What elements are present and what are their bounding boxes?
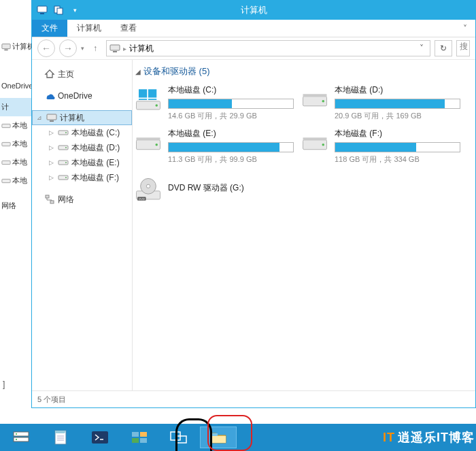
collapse-icon[interactable]: ⊿ bbox=[35, 114, 44, 121]
taskbar-notepad[interactable] bbox=[42, 427, 79, 448]
nav-recent-icon[interactable]: ▾ bbox=[81, 45, 84, 52]
svg-rect-28 bbox=[139, 99, 147, 100]
svg-rect-13 bbox=[50, 120, 54, 122]
breadcrumb-sep-icon[interactable]: ▸ bbox=[123, 45, 126, 52]
tree-computer-label: 计算机 bbox=[60, 112, 84, 124]
svg-point-31 bbox=[322, 100, 325, 103]
svg-rect-52 bbox=[92, 431, 108, 444]
onedrive-icon bbox=[44, 90, 55, 101]
tab-computer[interactable]: 计算机 bbox=[67, 20, 111, 37]
drive-d-bar bbox=[335, 99, 460, 109]
address-bar[interactable]: ▸ 计算机 ˅ bbox=[106, 40, 430, 56]
expand-icon[interactable]: ▷ bbox=[47, 159, 55, 166]
qat-properties-icon[interactable] bbox=[51, 3, 66, 17]
nav-up-button[interactable]: ↑ bbox=[88, 41, 102, 55]
taskbar-powershell[interactable] bbox=[82, 427, 118, 448]
drive-f-label: 本地磁盘 (F:) bbox=[335, 128, 460, 139]
svg-rect-10 bbox=[110, 45, 120, 50]
tree-drive-c[interactable]: ▷本地磁盘 (C:) bbox=[32, 125, 132, 140]
bg-nav-network[interactable]: 网络 bbox=[0, 197, 31, 215]
taskbar-config[interactable] bbox=[121, 427, 158, 448]
drive-icon bbox=[301, 129, 329, 158]
tree-onedrive[interactable]: OneDrive bbox=[32, 88, 132, 103]
svg-point-19 bbox=[65, 162, 67, 163]
qat-dropdown-icon[interactable]: ▾ bbox=[67, 3, 82, 17]
taskbar-task-view[interactable] bbox=[160, 427, 197, 448]
bg-nav-computer-2[interactable]: 计 bbox=[0, 98, 31, 116]
drive-f-free: 118 GB 可用，共 334 GB bbox=[335, 154, 460, 165]
status-bar: 5 个项目 bbox=[32, 390, 475, 407]
window-title: 计算机 bbox=[32, 4, 475, 16]
svg-rect-53 bbox=[132, 432, 139, 437]
drive-icon bbox=[134, 129, 163, 158]
qat-computer-icon[interactable] bbox=[35, 3, 50, 17]
svg-rect-11 bbox=[113, 51, 117, 52]
bg-nav-computer[interactable]: 计算机 bbox=[0, 37, 31, 56]
content-pane: ◢ 设备和驱动器 (5) 本地磁盘 (C:) 14.6 GB 可用，共 29.9… bbox=[133, 60, 475, 390]
group-header[interactable]: ◢ 设备和驱动器 (5) bbox=[133, 60, 475, 84]
drive-d[interactable]: 本地磁盘 (D:) 20.9 GB 可用，共 169 GB bbox=[301, 84, 467, 122]
tree-computer[interactable]: ⊿ 计算机 bbox=[32, 110, 132, 125]
drive-icon bbox=[58, 172, 69, 183]
svg-point-25 bbox=[156, 104, 158, 107]
tree-drive-f[interactable]: ▷本地磁盘 (F:) bbox=[32, 170, 132, 185]
svg-point-17 bbox=[65, 147, 67, 148]
drive-dvd[interactable]: DVD DVD RW 驱动器 (G:) bbox=[134, 174, 301, 204]
titlebar[interactable]: ▾ 计算机 bbox=[32, 1, 475, 20]
nav-forward-button[interactable]: → bbox=[59, 39, 77, 57]
svg-rect-26 bbox=[139, 89, 147, 97]
address-dropdown-icon[interactable]: ˅ bbox=[416, 44, 427, 53]
bg-nav-drive[interactable]: 本地 bbox=[0, 153, 31, 171]
expand-icon[interactable]: ▷ bbox=[47, 174, 55, 181]
breadcrumb-computer[interactable]: 计算机 bbox=[129, 43, 154, 54]
drive-icon bbox=[58, 142, 69, 153]
tab-file[interactable]: 文件 bbox=[32, 20, 67, 37]
computer-icon bbox=[109, 43, 120, 54]
search-input[interactable]: 搜 bbox=[456, 40, 470, 56]
svg-rect-1 bbox=[4, 49, 7, 50]
drive-e[interactable]: 本地磁盘 (E:) 11.3 GB 可用，共 99.9 GB bbox=[134, 128, 301, 166]
tree-home[interactable]: 主页 bbox=[32, 67, 132, 82]
svg-rect-22 bbox=[46, 195, 49, 198]
drive-dvd-label: DVD RW 驱动器 (G:) bbox=[168, 182, 244, 194]
computer-icon bbox=[46, 112, 57, 123]
svg-rect-60 bbox=[211, 433, 218, 436]
svg-rect-6 bbox=[37, 6, 47, 12]
taskbar-server-manager[interactable] bbox=[3, 427, 39, 448]
tree-drive-d[interactable]: ▷本地磁盘 (D:) bbox=[32, 140, 132, 155]
tree-onedrive-label: OneDrive bbox=[58, 91, 92, 101]
bg-nav-drive[interactable]: 本地 bbox=[0, 171, 31, 190]
drive-c-label: 本地磁盘 (C:) bbox=[168, 84, 294, 96]
svg-point-46 bbox=[16, 433, 17, 435]
drive-d-label: 本地磁盘 (D:) bbox=[335, 84, 460, 96]
svg-rect-2 bbox=[2, 124, 10, 127]
collapse-icon[interactable]: ◢ bbox=[135, 68, 141, 76]
nav-tree: 主页 OneDrive ⊿ 计算机 ▷本地磁盘 (C:) ▷本地磁盘 (D:) … bbox=[32, 60, 133, 390]
drive-e-free: 11.3 GB 可用，共 99.9 GB bbox=[168, 154, 294, 165]
svg-rect-38 bbox=[303, 137, 327, 140]
refresh-button[interactable]: ↻ bbox=[435, 40, 452, 56]
status-item-count: 5 个项目 bbox=[37, 395, 66, 405]
svg-rect-5 bbox=[2, 179, 10, 182]
nav-back-button[interactable]: ← bbox=[37, 39, 55, 57]
svg-rect-35 bbox=[137, 137, 160, 140]
tree-drive-e[interactable]: ▷本地磁盘 (E:) bbox=[32, 155, 132, 170]
bg-nav-drive[interactable]: 本地 bbox=[0, 135, 31, 153]
taskbar-explorer[interactable] bbox=[200, 427, 237, 448]
drive-f[interactable]: 本地磁盘 (F:) 118 GB 可用，共 334 GB bbox=[301, 128, 467, 166]
tree-network[interactable]: 网络 bbox=[32, 192, 132, 207]
home-icon bbox=[44, 69, 55, 80]
tab-view[interactable]: 查看 bbox=[111, 20, 146, 37]
expand-icon[interactable]: ▷ bbox=[47, 129, 55, 136]
ribbon-expand-icon[interactable]: ˅ bbox=[455, 20, 475, 37]
expand-icon[interactable]: ▷ bbox=[47, 144, 55, 151]
svg-text:DVD: DVD bbox=[139, 197, 145, 201]
svg-rect-23 bbox=[50, 201, 54, 203]
bg-nav-drive[interactable]: 本地 bbox=[0, 116, 31, 135]
svg-point-47 bbox=[16, 439, 17, 440]
svg-point-34 bbox=[156, 144, 158, 146]
drives-list: 本地磁盘 (C:) 14.6 GB 可用，共 29.9 GB 本地磁盘 (D:)… bbox=[133, 84, 475, 204]
bg-nav-onedrive[interactable]: OneDrive bbox=[0, 78, 31, 94]
network-icon bbox=[44, 194, 55, 205]
drive-c[interactable]: 本地磁盘 (C:) 14.6 GB 可用，共 29.9 GB bbox=[134, 84, 301, 122]
